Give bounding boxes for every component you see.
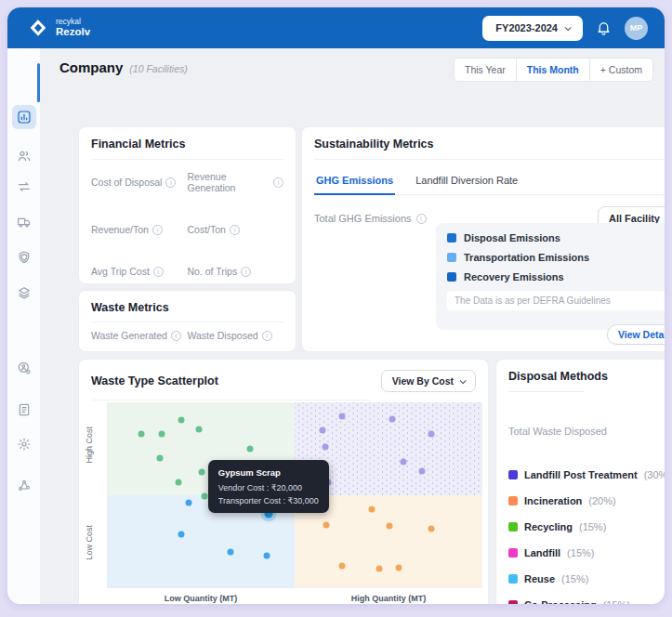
- sidebar-item-dashboard[interactable]: [12, 105, 36, 129]
- disposal-legend-item: Co-Processing(15%): [508, 599, 665, 604]
- scatter-point-low-quantity-high-cost[interactable]: [246, 446, 253, 453]
- range-button--custom[interactable]: + Custom: [589, 58, 653, 82]
- x-axis-label-high-quantity: High Quantity (MT): [295, 594, 482, 603]
- financial-metrics-card: Financial Metrics Cost of DisposaliReven…: [78, 126, 296, 284]
- rezolv-diamond-icon: [28, 18, 48, 38]
- scatter-point-low-quantity-high-cost[interactable]: [178, 416, 185, 423]
- scatter-point-high-quantity-high-cost[interactable]: [389, 415, 396, 422]
- scatter-point-low-quantity-high-cost[interactable]: [138, 430, 145, 437]
- sidebar-item-compliance[interactable]: [12, 245, 36, 269]
- info-icon[interactable]: i: [241, 267, 251, 277]
- screen: recykal Rezolv FY2023-2024 MP: [0, 0, 672, 617]
- legend-percentage: (15%): [567, 547, 594, 558]
- main-content: Company (10 Facilities) This YearThis Mo…: [41, 48, 665, 604]
- metric-label: Avg Trip Cost: [91, 266, 150, 277]
- tab-ghg-emissions[interactable]: GHG Emissions: [314, 169, 395, 195]
- tab-landfill-diversion-rate[interactable]: Landfill Diversion Rate: [414, 169, 520, 194]
- tooltip-transporter-cost: Transporter Cost : ₹30,000: [218, 496, 319, 505]
- integrations-icon: [17, 478, 32, 492]
- sidebar-item-layers[interactable]: [12, 281, 36, 305]
- legend-swatch: [508, 548, 518, 558]
- total-ghg-label: Total GHG Emissions: [314, 213, 412, 224]
- sustainability-tabs: GHG EmissionsLandfill Diversion Rate: [314, 169, 665, 195]
- scatter-point-high-quantity-low-cost[interactable]: [369, 506, 376, 513]
- scatter-point-high-quantity-low-cost[interactable]: [386, 523, 392, 530]
- scatter-point-low-quantity-low-cost[interactable]: [227, 549, 233, 556]
- chevron-down-icon: [565, 24, 572, 31]
- scatter-point-low-quantity-high-cost[interactable]: [198, 468, 204, 475]
- page-title: Company: [59, 59, 123, 75]
- range-button-this-month[interactable]: This Month: [516, 58, 590, 82]
- sidebar-item-fleet[interactable]: [12, 210, 36, 234]
- defra-note: The Data is as per DEFRA Guidelines: [447, 291, 665, 310]
- scatter-point-high-quantity-high-cost[interactable]: [322, 444, 328, 451]
- sidebar-item-reports[interactable]: [12, 398, 36, 422]
- sidebar-item-integrations[interactable]: [12, 473, 36, 497]
- scatter-point-high-quantity-high-cost[interactable]: [319, 427, 325, 434]
- scatter-point-high-quantity-high-cost[interactable]: [428, 431, 434, 438]
- brand-logo[interactable]: recykal Rezolv: [28, 18, 90, 39]
- sidebar-item-transfers[interactable]: [12, 175, 36, 199]
- scatter-point-low-quantity-high-cost[interactable]: [158, 430, 165, 437]
- metric-avg-trip-cost: Avg Trip Costi: [91, 266, 188, 277]
- scatter-point-low-quantity-low-cost[interactable]: [264, 553, 270, 559]
- scatter-point-high-quantity-high-cost[interactable]: [419, 468, 426, 475]
- divider: [91, 322, 283, 322]
- scatter-point-low-quantity-high-cost[interactable]: [195, 427, 202, 433]
- scatter-point-high-quantity-low-cost[interactable]: [428, 526, 434, 532]
- total-waste-disposed-label: Total Waste Disposed: [508, 426, 665, 437]
- metric-label: Cost of Disposal: [91, 177, 162, 188]
- info-icon[interactable]: i: [153, 267, 164, 277]
- app-window: recykal Rezolv FY2023-2024 MP: [7, 7, 665, 604]
- notification-bell-icon[interactable]: [596, 20, 612, 36]
- account-icon: [17, 361, 32, 375]
- info-icon[interactable]: i: [273, 177, 283, 188]
- metric-revenue-generation: Revenue Generationi: [188, 171, 284, 193]
- info-icon[interactable]: i: [262, 331, 272, 341]
- transfers-icon: [17, 179, 32, 194]
- scatter-point-low-quantity-high-cost[interactable]: [176, 479, 182, 486]
- scatter-point-high-quantity-high-cost[interactable]: [400, 458, 406, 465]
- scatter-point-low-quantity-low-cost[interactable]: [186, 499, 192, 505]
- metric-cost-ton: Cost/Toni: [188, 224, 284, 235]
- disposal-legend-item: Landfill(15%): [508, 547, 665, 558]
- scatter-point-high-quantity-low-cost[interactable]: [395, 564, 402, 571]
- metric-label: Waste Disposed: [188, 330, 258, 341]
- scatter-point-high-quantity-low-cost[interactable]: [376, 566, 382, 572]
- info-icon[interactable]: i: [152, 225, 163, 235]
- info-icon[interactable]: i: [171, 331, 181, 341]
- y-axis-label-low-cost: Low Cost: [85, 525, 94, 560]
- scatter-point-high-quantity-low-cost[interactable]: [338, 563, 345, 570]
- tooltip-title: Gypsum Scrap: [218, 467, 319, 478]
- scatter-point-high-quantity-high-cost[interactable]: [338, 414, 345, 420]
- info-icon[interactable]: i: [416, 214, 427, 224]
- fiscal-year-dropdown[interactable]: FY2023-2024: [482, 16, 583, 41]
- sustainability-metrics-title: Sustainability Metrics: [314, 138, 665, 151]
- range-button-this-year[interactable]: This Year: [454, 58, 517, 82]
- legend-swatch: [508, 496, 518, 505]
- disposal-legend-item: Incineration(20%): [508, 495, 665, 506]
- legend-label: Recycling: [524, 521, 573, 532]
- legend-item: Recovery Emissions: [447, 271, 665, 282]
- info-icon[interactable]: i: [165, 177, 176, 188]
- waste-metrics-card: Waste Metrics Waste GeneratediWaste Disp…: [78, 290, 296, 352]
- scatter-point-low-quantity-high-cost[interactable]: [156, 455, 163, 462]
- sidebar-item-account[interactable]: [12, 356, 36, 380]
- view-by-cost-dropdown[interactable]: View By Cost: [381, 370, 476, 392]
- user-avatar[interactable]: MP: [625, 17, 648, 40]
- y-axis-label-high-cost: High Cost: [85, 427, 94, 464]
- legend-swatch: [508, 574, 518, 584]
- legend-percentage: (15%): [561, 573, 588, 584]
- info-icon[interactable]: i: [230, 225, 240, 235]
- scatter-point-low-quantity-low-cost[interactable]: [178, 532, 184, 538]
- users-icon: [17, 149, 32, 164]
- metric-no-of-trips: No. of Tripsi: [188, 266, 284, 277]
- view-details-button[interactable]: View Details: [607, 324, 665, 345]
- legend-label: Landfill Post Treatment: [524, 469, 638, 480]
- ghg-legend-panel: Disposal EmissionsTransportation Emissio…: [436, 223, 665, 330]
- sidebar-item-users[interactable]: [12, 144, 36, 168]
- scatter-point-high-quantity-low-cost[interactable]: [323, 521, 330, 528]
- scatter-plot-area: Gypsum Scrap Vendor Cost : ₹20,000 Trans…: [107, 402, 482, 588]
- sidebar-item-settings[interactable]: [12, 432, 36, 456]
- metric-waste-generated: Waste Generatedi: [91, 330, 188, 341]
